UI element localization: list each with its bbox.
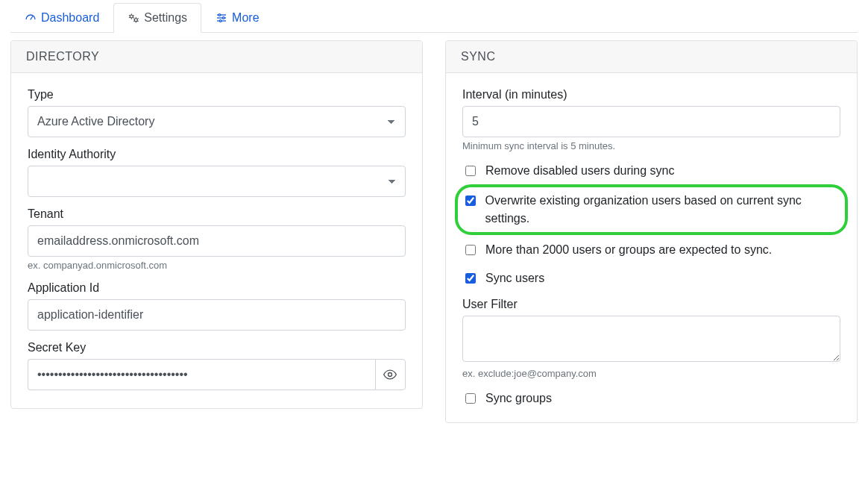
tab-more[interactable]: More xyxy=(201,3,273,33)
sync-users-label: Sync users xyxy=(485,269,544,287)
interval-label: Interval (in minutes) xyxy=(462,88,840,101)
type-label: Type xyxy=(28,88,406,101)
overwrite-label: Overwrite existing organization users ba… xyxy=(485,192,839,228)
remove-disabled-checkbox[interactable] xyxy=(465,166,476,176)
sync-users-checkbox[interactable] xyxy=(465,273,476,284)
tab-settings[interactable]: Settings xyxy=(113,3,201,33)
overwrite-checkbox[interactable] xyxy=(465,195,476,206)
svg-point-5 xyxy=(218,14,221,16)
interval-hint: Minimum sync interval is 5 minutes. xyxy=(462,140,840,151)
large-sync-checkbox[interactable] xyxy=(465,245,476,255)
large-sync-label: More than 2000 users or groups are expec… xyxy=(485,241,772,259)
tenant-hint: ex. companyad.onmicrosoft.com xyxy=(28,260,406,271)
svg-point-0 xyxy=(130,15,133,18)
gears-icon xyxy=(128,12,139,24)
tab-label: Dashboard xyxy=(41,11,99,25)
svg-point-6 xyxy=(222,17,224,19)
user-filter-label: User Filter xyxy=(462,298,840,311)
svg-point-1 xyxy=(135,19,138,22)
sync-card: SYNC Interval (in minutes) Minimum sync … xyxy=(445,40,858,423)
identity-authority-label: Identity Authority xyxy=(28,148,406,161)
sync-groups-label: Sync groups xyxy=(485,390,552,407)
tab-dashboard[interactable]: Dashboard xyxy=(10,3,113,33)
identity-authority-select[interactable] xyxy=(28,166,406,197)
tab-label: Settings xyxy=(144,11,187,25)
tenant-input[interactable] xyxy=(28,225,406,257)
reveal-secret-button[interactable] xyxy=(375,359,406,390)
directory-card: DIRECTORY Type Azure Active Directory Id… xyxy=(10,40,423,409)
tachometer-icon xyxy=(25,12,37,24)
sync-header: SYNC xyxy=(446,41,857,73)
appid-label: Application Id xyxy=(28,281,406,295)
sliders-icon xyxy=(216,12,227,24)
eye-icon xyxy=(383,367,397,382)
type-select[interactable]: Azure Active Directory xyxy=(28,106,406,137)
svg-point-8 xyxy=(389,373,392,377)
secret-input[interactable] xyxy=(28,359,375,390)
appid-input[interactable] xyxy=(28,299,406,331)
directory-header: DIRECTORY xyxy=(11,41,422,73)
sync-groups-checkbox[interactable] xyxy=(465,393,476,404)
interval-input[interactable] xyxy=(462,106,840,137)
svg-point-7 xyxy=(219,20,221,22)
overwrite-highlight: Overwrite existing organization users ba… xyxy=(455,184,848,235)
user-filter-textarea[interactable] xyxy=(462,316,840,362)
remove-disabled-label: Remove disabled users during sync xyxy=(485,162,674,180)
user-filter-hint: ex. exclude:joe@company.com xyxy=(462,368,840,379)
secret-label: Secret Key xyxy=(28,341,406,354)
tab-label: More xyxy=(232,11,259,25)
tab-bar: Dashboard Settings xyxy=(10,0,858,33)
tenant-label: Tenant xyxy=(28,207,406,221)
